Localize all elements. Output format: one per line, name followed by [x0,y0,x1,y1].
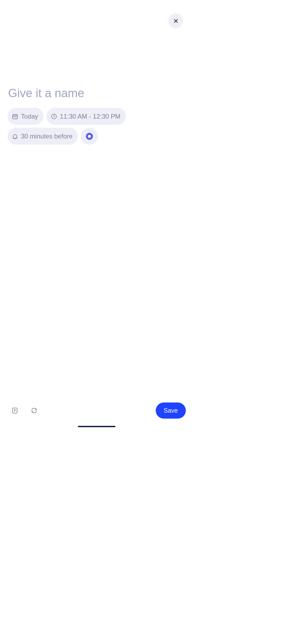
svg-point-6 [14,117,14,117]
svg-point-7 [15,117,15,117]
event-name-input[interactable] [8,86,185,100]
calendar-icon [12,113,18,120]
reminder-label: 30 minutes before [21,133,73,140]
close-icon [173,18,179,24]
time-chip[interactable]: 11:30 AM - 12:30 PM [46,108,126,125]
date-chip[interactable]: Today [8,108,44,125]
color-dot-icon [86,133,93,140]
date-label: Today [21,113,38,120]
color-chip[interactable] [81,128,98,145]
reminder-chip[interactable]: 30 minutes before [8,128,78,145]
options-row: Today 11:30 AM - 12:30 PM 30 minutes bef… [8,108,186,145]
bell-icon [12,133,18,140]
save-label: Save [164,407,178,414]
repeat-icon[interactable] [31,407,38,414]
svg-point-8 [16,117,16,117]
notes-icon[interactable] [11,407,18,414]
save-button[interactable]: Save [156,402,186,419]
home-indicator [78,426,115,427]
clock-icon [51,113,57,120]
close-button[interactable] [168,13,183,28]
time-label: 11:30 AM - 12:30 PM [60,113,120,120]
bottom-bar: Save [0,402,193,419]
